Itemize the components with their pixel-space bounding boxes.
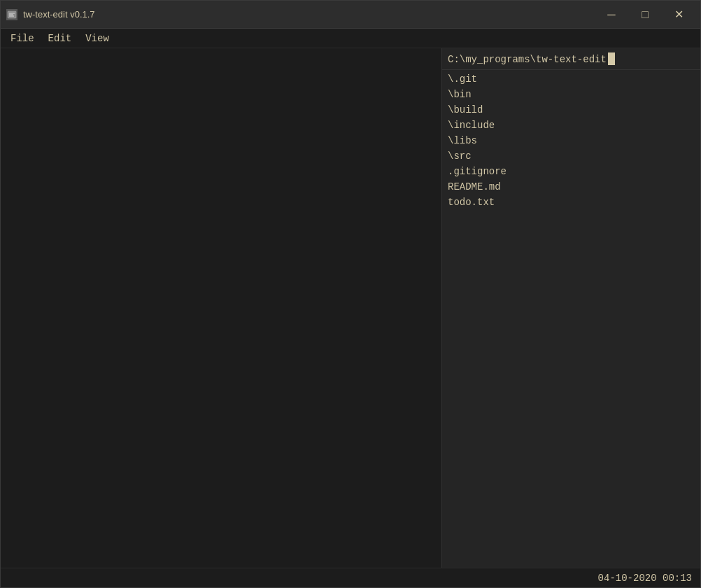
menu-edit[interactable]: Edit [41, 31, 79, 46]
menu-file[interactable]: File [3, 31, 41, 46]
main-window: tw-text-edit v0.1.7 ─ □ ✕ File Edit View… [0, 0, 701, 588]
close-button[interactable]: ✕ [663, 4, 695, 25]
current-path-text: C:\my_programs\tw-text-edit [448, 54, 607, 65]
menu-bar: File Edit View [1, 29, 700, 48]
list-item[interactable]: \bin [442, 87, 700, 102]
title-bar-controls: ─ □ ✕ [595, 4, 695, 25]
list-item[interactable]: \build [442, 102, 700, 118]
title-bar-left: tw-text-edit v0.1.7 [6, 9, 95, 20]
cursor-block [608, 52, 615, 65]
menu-view[interactable]: View [78, 31, 116, 46]
window-title: tw-text-edit v0.1.7 [23, 9, 95, 20]
app-icon [6, 9, 17, 20]
list-item[interactable]: \.git [442, 71, 700, 87]
datetime-display: 04-10-2020 00:13 [598, 573, 692, 584]
editor-pane[interactable] [1, 48, 441, 568]
main-content: C:\my_programs\tw-text-edit \.git \bin \… [1, 48, 700, 568]
list-item[interactable]: \src [442, 148, 700, 164]
list-item[interactable]: \include [442, 118, 700, 133]
file-list: \.git \bin \build \include \libs \src .g… [442, 70, 700, 568]
title-bar: tw-text-edit v0.1.7 ─ □ ✕ [1, 1, 700, 29]
file-panel: C:\my_programs\tw-text-edit \.git \bin \… [441, 48, 700, 568]
maximize-button[interactable]: □ [629, 4, 661, 25]
minimize-button[interactable]: ─ [595, 4, 628, 25]
list-item[interactable]: \libs [442, 133, 700, 148]
status-bar: 04-10-2020 00:13 [1, 568, 700, 587]
list-item[interactable]: .gitignore [442, 164, 700, 179]
file-panel-path: C:\my_programs\tw-text-edit [442, 48, 700, 70]
list-item[interactable]: todo.txt [442, 195, 700, 210]
list-item[interactable]: README.md [442, 179, 700, 195]
